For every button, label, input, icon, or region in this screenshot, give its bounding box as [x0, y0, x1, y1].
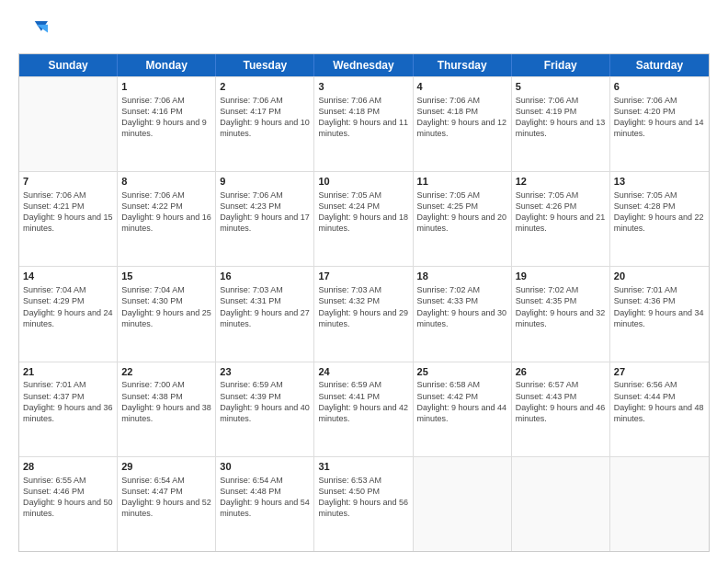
- calendar-day-7: 7Sunrise: 7:06 AMSunset: 4:21 PMDaylight…: [19, 172, 118, 266]
- calendar-day-31: 31Sunrise: 6:53 AMSunset: 4:50 PMDayligh…: [314, 457, 413, 551]
- calendar-week-5: 28Sunrise: 6:55 AMSunset: 4:46 PMDayligh…: [19, 456, 709, 551]
- day-info: Sunrise: 6:56 AMSunset: 4:44 PMDaylight:…: [614, 379, 705, 424]
- calendar-day-14: 14Sunrise: 7:04 AMSunset: 4:29 PMDayligh…: [19, 267, 118, 361]
- page: SundayMondayTuesdayWednesdayThursdayFrid…: [0, 0, 728, 563]
- day-number: 26: [516, 365, 606, 379]
- header-day-monday: Monday: [118, 54, 216, 76]
- day-info: Sunrise: 7:01 AMSunset: 4:37 PMDaylight:…: [23, 379, 113, 424]
- day-info: Sunrise: 7:06 AMSunset: 4:21 PMDaylight:…: [23, 190, 113, 235]
- day-number: 29: [121, 460, 211, 474]
- day-info: Sunrise: 7:06 AMSunset: 4:18 PMDaylight:…: [318, 95, 408, 140]
- logo-icon: [18, 15, 48, 44]
- day-number: 24: [318, 365, 408, 379]
- calendar-day-18: 18Sunrise: 7:02 AMSunset: 4:33 PMDayligh…: [414, 267, 512, 361]
- day-number: 15: [121, 270, 211, 283]
- calendar-day-4: 4Sunrise: 7:06 AMSunset: 4:18 PMDaylight…: [414, 77, 512, 171]
- day-info: Sunrise: 7:02 AMSunset: 4:35 PMDaylight:…: [516, 284, 606, 329]
- calendar-day-20: 20Sunrise: 7:01 AMSunset: 4:36 PMDayligh…: [610, 267, 709, 361]
- day-number: 19: [516, 270, 606, 283]
- day-info: Sunrise: 7:03 AMSunset: 4:31 PMDaylight:…: [220, 284, 310, 329]
- calendar-week-1: 1Sunrise: 7:06 AMSunset: 4:16 PMDaylight…: [19, 76, 709, 171]
- day-info: Sunrise: 7:06 AMSunset: 4:19 PMDaylight:…: [516, 95, 606, 140]
- day-info: Sunrise: 7:06 AMSunset: 4:17 PMDaylight:…: [220, 95, 310, 140]
- day-number: 31: [318, 460, 408, 474]
- day-info: Sunrise: 6:58 AMSunset: 4:42 PMDaylight:…: [417, 379, 507, 424]
- day-number: 28: [23, 460, 113, 474]
- calendar-header: SundayMondayTuesdayWednesdayThursdayFrid…: [19, 54, 709, 76]
- day-number: 16: [220, 270, 310, 283]
- calendar-week-4: 21Sunrise: 7:01 AMSunset: 4:37 PMDayligh…: [19, 362, 709, 456]
- header: [18, 15, 710, 44]
- day-number: 18: [417, 270, 507, 283]
- logo: [18, 15, 51, 44]
- calendar-day-24: 24Sunrise: 6:59 AMSunset: 4:41 PMDayligh…: [314, 362, 413, 456]
- calendar-day-12: 12Sunrise: 7:05 AMSunset: 4:26 PMDayligh…: [512, 172, 610, 266]
- day-info: Sunrise: 6:59 AMSunset: 4:39 PMDaylight:…: [220, 379, 310, 424]
- day-info: Sunrise: 7:04 AMSunset: 4:30 PMDaylight:…: [121, 284, 211, 329]
- calendar-empty-cell: [19, 77, 118, 171]
- calendar-day-2: 2Sunrise: 7:06 AMSunset: 4:17 PMDaylight…: [216, 77, 314, 171]
- calendar-day-19: 19Sunrise: 7:02 AMSunset: 4:35 PMDayligh…: [512, 267, 610, 361]
- day-number: 22: [121, 365, 211, 379]
- calendar-day-13: 13Sunrise: 7:05 AMSunset: 4:28 PMDayligh…: [610, 172, 709, 266]
- day-number: 25: [417, 365, 507, 379]
- day-number: 1: [121, 80, 211, 94]
- day-number: 12: [516, 175, 606, 189]
- day-info: Sunrise: 7:06 AMSunset: 4:23 PMDaylight:…: [220, 190, 310, 235]
- day-info: Sunrise: 6:54 AMSunset: 4:48 PMDaylight:…: [220, 475, 310, 520]
- calendar-day-17: 17Sunrise: 7:03 AMSunset: 4:32 PMDayligh…: [314, 267, 413, 361]
- calendar-day-5: 5Sunrise: 7:06 AMSunset: 4:19 PMDaylight…: [512, 77, 610, 171]
- calendar-day-28: 28Sunrise: 6:55 AMSunset: 4:46 PMDayligh…: [19, 457, 118, 551]
- day-number: 27: [614, 365, 705, 379]
- calendar-empty-cell: [512, 457, 610, 551]
- day-info: Sunrise: 7:04 AMSunset: 4:29 PMDaylight:…: [23, 284, 113, 329]
- header-day-tuesday: Tuesday: [216, 54, 314, 76]
- day-info: Sunrise: 7:00 AMSunset: 4:38 PMDaylight:…: [121, 379, 211, 424]
- day-number: 2: [220, 80, 310, 94]
- day-info: Sunrise: 6:59 AMSunset: 4:41 PMDaylight:…: [318, 379, 408, 424]
- day-number: 13: [614, 175, 705, 189]
- calendar: SundayMondayTuesdayWednesdayThursdayFrid…: [18, 53, 710, 552]
- day-info: Sunrise: 6:54 AMSunset: 4:47 PMDaylight:…: [121, 475, 211, 520]
- day-number: 7: [23, 175, 113, 189]
- day-number: 14: [23, 270, 113, 283]
- calendar-day-3: 3Sunrise: 7:06 AMSunset: 4:18 PMDaylight…: [314, 77, 413, 171]
- day-number: 4: [417, 80, 507, 94]
- calendar-day-16: 16Sunrise: 7:03 AMSunset: 4:31 PMDayligh…: [216, 267, 314, 361]
- calendar-day-23: 23Sunrise: 6:59 AMSunset: 4:39 PMDayligh…: [216, 362, 314, 456]
- day-info: Sunrise: 7:05 AMSunset: 4:25 PMDaylight:…: [417, 190, 507, 235]
- day-number: 5: [516, 80, 606, 94]
- day-info: Sunrise: 7:06 AMSunset: 4:22 PMDaylight:…: [121, 190, 211, 235]
- header-day-wednesday: Wednesday: [314, 54, 413, 76]
- calendar-day-10: 10Sunrise: 7:05 AMSunset: 4:24 PMDayligh…: [314, 172, 413, 266]
- day-number: 8: [121, 175, 211, 189]
- day-info: Sunrise: 7:06 AMSunset: 4:18 PMDaylight:…: [417, 95, 507, 140]
- calendar-week-3: 14Sunrise: 7:04 AMSunset: 4:29 PMDayligh…: [19, 266, 709, 361]
- day-number: 3: [318, 80, 408, 94]
- day-number: 6: [614, 80, 705, 94]
- day-info: Sunrise: 6:55 AMSunset: 4:46 PMDaylight:…: [23, 475, 113, 520]
- calendar-empty-cell: [414, 457, 512, 551]
- header-day-friday: Friday: [512, 54, 610, 76]
- day-info: Sunrise: 7:01 AMSunset: 4:36 PMDaylight:…: [614, 284, 705, 329]
- calendar-day-15: 15Sunrise: 7:04 AMSunset: 4:30 PMDayligh…: [118, 267, 216, 361]
- day-info: Sunrise: 7:05 AMSunset: 4:26 PMDaylight:…: [516, 190, 606, 235]
- day-number: 21: [23, 365, 113, 379]
- calendar-day-21: 21Sunrise: 7:01 AMSunset: 4:37 PMDayligh…: [19, 362, 118, 456]
- day-info: Sunrise: 7:05 AMSunset: 4:24 PMDaylight:…: [318, 190, 408, 235]
- calendar-day-1: 1Sunrise: 7:06 AMSunset: 4:16 PMDaylight…: [118, 77, 216, 171]
- calendar-day-11: 11Sunrise: 7:05 AMSunset: 4:25 PMDayligh…: [414, 172, 512, 266]
- calendar-day-25: 25Sunrise: 6:58 AMSunset: 4:42 PMDayligh…: [414, 362, 512, 456]
- day-number: 11: [417, 175, 507, 189]
- day-number: 9: [220, 175, 310, 189]
- calendar-empty-cell: [610, 457, 709, 551]
- header-day-sunday: Sunday: [19, 54, 118, 76]
- day-info: Sunrise: 6:53 AMSunset: 4:50 PMDaylight:…: [318, 475, 408, 520]
- calendar-week-2: 7Sunrise: 7:06 AMSunset: 4:21 PMDaylight…: [19, 171, 709, 266]
- calendar-day-6: 6Sunrise: 7:06 AMSunset: 4:20 PMDaylight…: [610, 77, 709, 171]
- calendar-day-26: 26Sunrise: 6:57 AMSunset: 4:43 PMDayligh…: [512, 362, 610, 456]
- day-number: 20: [614, 270, 705, 283]
- day-info: Sunrise: 7:03 AMSunset: 4:32 PMDaylight:…: [318, 284, 408, 329]
- calendar-day-22: 22Sunrise: 7:00 AMSunset: 4:38 PMDayligh…: [118, 362, 216, 456]
- day-number: 10: [318, 175, 408, 189]
